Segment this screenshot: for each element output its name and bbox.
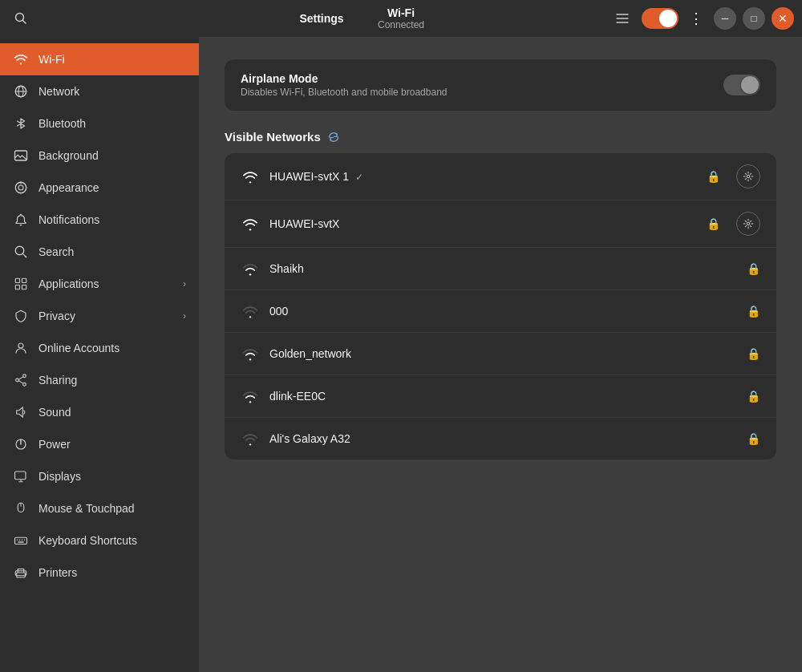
sidebar-item-mouse-label: Mouse & Touchpad <box>38 502 186 515</box>
titlebar-center-info: Wi-Fi Connected <box>378 6 424 30</box>
sidebar-item-mouse[interactable]: Mouse & Touchpad <box>0 492 199 524</box>
network-item-shaikh[interactable]: Shaikh 🔒 <box>225 248 776 290</box>
network-item-golden-network[interactable]: Golden_network 🔒 <box>225 333 776 375</box>
close-button[interactable]: ✕ <box>772 7 794 30</box>
wifi-signal-icon-low-2 <box>241 429 260 448</box>
network-item-000[interactable]: 000 🔒 <box>225 290 776 333</box>
sidebar-item-power[interactable]: Power <box>0 428 199 460</box>
svg-rect-26 <box>15 472 26 480</box>
wifi-signal-icon-medium-2 <box>241 344 260 363</box>
titlebar-more-button[interactable]: ⋮ <box>685 7 707 30</box>
lock-icon-6: 🔒 <box>747 390 760 403</box>
sidebar-item-appearance[interactable]: Appearance <box>0 172 199 204</box>
lock-icon-5: 🔒 <box>747 347 760 360</box>
sidebar-item-sharing-label: Sharing <box>38 374 186 387</box>
svg-point-19 <box>23 374 26 378</box>
sidebar-item-network-label: Network <box>38 85 186 98</box>
online-accounts-icon <box>13 340 29 356</box>
network-name-shaikh: Shaikh <box>269 262 731 275</box>
content-area: Airplane Mode Disables Wi-Fi, Bluetooth … <box>199 37 802 672</box>
svg-point-39 <box>747 175 750 178</box>
sidebar-item-bluetooth[interactable]: Bluetooth <box>0 107 199 140</box>
sidebar-item-sound-label: Sound <box>38 406 186 419</box>
titlebar-menu-button[interactable] <box>610 6 635 31</box>
sidebar-item-privacy[interactable]: Privacy › <box>0 300 199 332</box>
gear-icon-2 <box>743 218 754 229</box>
titlebar-search-button[interactable] <box>8 6 34 31</box>
minimize-button[interactable]: ─ <box>714 7 736 30</box>
svg-rect-31 <box>15 537 27 544</box>
network-item-galaxy-a32[interactable]: Ali's Galaxy A32 🔒 <box>225 418 776 459</box>
svg-point-10 <box>18 185 23 190</box>
network-item-huawei-svtx[interactable]: HUAWEI-svtX 🔒 <box>225 200 776 248</box>
svg-rect-15 <box>22 278 26 282</box>
svg-rect-16 <box>15 285 19 289</box>
sidebar-item-sharing[interactable]: Sharing <box>0 364 199 396</box>
applications-icon <box>13 276 29 292</box>
airplane-mode-text: Airplane Mode Disables Wi-Fi, Bluetooth … <box>241 72 723 98</box>
wifi-toggle[interactable] <box>642 8 678 29</box>
sidebar-item-background[interactable]: Background <box>0 140 199 172</box>
sidebar-item-applications-label: Applications <box>38 277 173 290</box>
sidebar-item-search-label: Search <box>38 245 186 258</box>
search-icon <box>14 12 27 25</box>
svg-rect-37 <box>17 573 26 577</box>
sidebar-item-displays[interactable]: Displays <box>0 460 199 492</box>
power-icon <box>13 436 29 452</box>
titlebar: Settings Wi-Fi Connected ⋮ ─ □ ✕ <box>0 0 802 37</box>
sidebar-item-keyboard-label: Keyboard Shortcuts <box>38 534 186 547</box>
displays-icon <box>13 468 29 484</box>
sidebar-item-applications[interactable]: Applications › <box>0 268 199 300</box>
network-item-huawei-svtx1[interactable]: HUAWEI-svtX 1 ✓ 🔒 <box>225 153 776 200</box>
main-layout: Wi-Fi Network Bluetoot <box>0 37 802 672</box>
titlebar-settings-title: Settings <box>40 12 603 25</box>
sidebar-item-printers[interactable]: Printers <box>0 557 199 589</box>
sidebar-item-appearance-label: Appearance <box>38 181 186 194</box>
svg-line-1 <box>23 21 26 24</box>
sidebar: Wi-Fi Network Bluetoot <box>0 37 199 672</box>
wifi-signal-icon-low <box>241 302 260 321</box>
sidebar-item-network[interactable]: Network <box>0 75 199 107</box>
network-item-dlink[interactable]: dlink-EE0C 🔒 <box>225 375 776 418</box>
wifi-title: Wi-Fi <box>378 6 424 19</box>
sidebar-item-online-accounts[interactable]: Online Accounts <box>0 332 199 364</box>
search-icon <box>13 244 29 260</box>
network-settings-button-2[interactable] <box>736 212 760 236</box>
lock-icon-4: 🔒 <box>747 305 760 318</box>
sidebar-item-notifications[interactable]: Notifications <box>0 204 199 236</box>
mouse-icon <box>13 500 29 516</box>
appearance-icon <box>13 180 29 196</box>
network-name-000: 000 <box>269 305 731 318</box>
network-name-dlink: dlink-EE0C <box>269 390 731 403</box>
network-name-huawei-svtx1: HUAWEI-svtX 1 ✓ <box>269 170 691 183</box>
sidebar-item-wifi[interactable]: Wi-Fi <box>0 43 199 75</box>
sidebar-item-search[interactable]: Search <box>0 236 199 268</box>
airplane-mode-subtitle: Disables Wi-Fi, Bluetooth and mobile bro… <box>241 87 723 98</box>
sidebar-item-online-accounts-label: Online Accounts <box>38 342 186 354</box>
network-name-galaxy-a32: Ali's Galaxy A32 <box>269 432 731 445</box>
sidebar-item-keyboard[interactable]: Keyboard Shortcuts <box>0 524 199 557</box>
titlebar-right-controls: ⋮ ─ □ ✕ <box>642 7 794 30</box>
network-list: HUAWEI-svtX 1 ✓ 🔒 <box>225 153 776 459</box>
network-settings-button-1[interactable] <box>736 164 760 188</box>
maximize-button[interactable]: □ <box>743 7 765 30</box>
svg-point-21 <box>23 383 26 386</box>
sidebar-item-notifications-label: Notifications <box>38 213 186 226</box>
svg-point-20 <box>16 379 19 382</box>
svg-rect-14 <box>15 278 19 282</box>
notifications-icon <box>13 212 29 228</box>
svg-line-23 <box>18 381 22 383</box>
keyboard-icon <box>13 532 29 549</box>
gear-icon-1 <box>743 171 754 182</box>
wifi-signal-icon-medium <box>241 259 260 278</box>
sidebar-item-power-label: Power <box>38 438 186 451</box>
sidebar-item-sound[interactable]: Sound <box>0 396 199 428</box>
sidebar-item-background-label: Background <box>38 149 186 162</box>
refresh-networks-button[interactable] <box>327 131 340 144</box>
svg-point-40 <box>747 222 750 225</box>
sidebar-item-privacy-label: Privacy <box>38 310 173 322</box>
airplane-mode-toggle[interactable] <box>723 75 760 95</box>
svg-line-22 <box>18 377 22 379</box>
network-icon <box>13 83 29 99</box>
sidebar-item-displays-label: Displays <box>38 470 186 483</box>
